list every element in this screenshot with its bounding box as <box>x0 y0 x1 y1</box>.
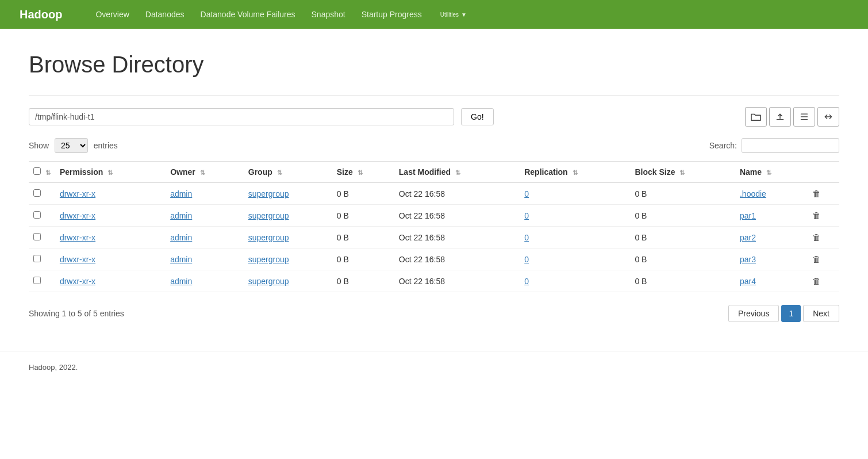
row-block-size-2: 0 B <box>630 227 735 248</box>
row-owner-2: admin <box>166 227 244 248</box>
col-permission[interactable]: Permission ⇅ <box>55 162 166 183</box>
nav-overview[interactable]: Overview <box>87 0 137 29</box>
footer: Hadoop, 2022. <box>0 351 868 383</box>
col-group[interactable]: Group ⇅ <box>244 162 332 183</box>
row-last-modified-0: Oct 22 16:58 <box>394 183 520 205</box>
row-checkbox-cell-1 <box>29 205 55 227</box>
row-last-modified-4: Oct 22 16:58 <box>394 270 520 292</box>
row-checkbox-0[interactable] <box>33 189 41 197</box>
folder-icon-button[interactable] <box>745 107 767 127</box>
svg-rect-1 <box>801 116 808 117</box>
row-size-2: 0 B <box>332 227 394 248</box>
list-icon <box>800 113 809 121</box>
delete-icon-3[interactable]: 🗑 <box>812 254 821 264</box>
show-label: Show <box>29 141 49 150</box>
col-replication[interactable]: Replication ⇅ <box>520 162 630 183</box>
row-owner-1: admin <box>166 205 244 227</box>
row-name-2: par2 <box>735 227 808 248</box>
delete-icon-2[interactable]: 🗑 <box>812 232 821 242</box>
controls-row: Show 10 25 50 100 entries Search: <box>29 138 839 153</box>
row-group-3: supergroup <box>244 248 332 270</box>
row-owner-0: admin <box>166 183 244 205</box>
row-name-3: par3 <box>735 248 808 270</box>
table-row: drwxr-xr-x admin supergroup 0 B Oct 22 1… <box>29 248 839 270</box>
go-button[interactable]: Go! <box>461 108 494 125</box>
next-button[interactable]: Next <box>803 305 839 322</box>
table-row: drwxr-xr-x admin supergroup 0 B Oct 22 1… <box>29 205 839 227</box>
entries-select[interactable]: 10 25 50 100 <box>55 138 88 153</box>
row-replication-3: 0 <box>520 248 630 270</box>
col-block-size[interactable]: Block Size ⇅ <box>630 162 735 183</box>
sort-replication: ⇅ <box>573 169 578 176</box>
table-header-row: ⇅ Permission ⇅ Owner ⇅ Group ⇅ Size ⇅ <box>29 162 839 183</box>
brand-link[interactable]: Hadoop <box>11 0 70 29</box>
row-group-1: supergroup <box>244 205 332 227</box>
row-delete-1: 🗑 <box>808 205 839 227</box>
nav-datanode-volume-failures[interactable]: Datanode Volume Failures <box>193 0 304 29</box>
row-name-0: .hoodie <box>735 183 808 205</box>
row-checkbox-4[interactable] <box>33 277 41 284</box>
nav-snapshot[interactable]: Snapshot <box>304 0 354 29</box>
showing-text: Showing 1 to 5 of 5 entries <box>29 309 124 318</box>
row-checkbox-cell-4 <box>29 270 55 292</box>
path-input[interactable] <box>29 108 454 125</box>
sort-size: ⇅ <box>358 169 363 176</box>
move-icon <box>824 112 833 121</box>
row-owner-4: admin <box>166 270 244 292</box>
row-checkbox-1[interactable] <box>33 211 41 219</box>
row-size-0: 0 B <box>332 183 394 205</box>
row-block-size-1: 0 B <box>630 205 735 227</box>
upload-icon-button[interactable] <box>769 107 791 127</box>
page-1-button[interactable]: 1 <box>781 305 801 322</box>
col-name[interactable]: Name ⇅ <box>735 162 808 183</box>
file-table: ⇅ Permission ⇅ Owner ⇅ Group ⇅ Size ⇅ <box>29 161 839 292</box>
divider <box>29 95 839 95</box>
col-last-modified[interactable]: Last Modified ⇅ <box>394 162 520 183</box>
list-icon-button[interactable] <box>793 107 815 127</box>
nav-startup-progress[interactable]: Startup Progress <box>354 0 430 29</box>
main-content: Browse Directory Go! <box>0 29 868 339</box>
row-name-4: par4 <box>735 270 808 292</box>
sort-group: ⇅ <box>277 169 282 176</box>
row-last-modified-2: Oct 22 16:58 <box>394 227 520 248</box>
col-owner[interactable]: Owner ⇅ <box>166 162 244 183</box>
row-checkbox-cell-0 <box>29 183 55 205</box>
row-size-1: 0 B <box>332 205 394 227</box>
row-replication-2: 0 <box>520 227 630 248</box>
row-permission-2: drwxr-xr-x <box>55 227 166 248</box>
delete-icon-0[interactable]: 🗑 <box>812 189 821 198</box>
nav-utilities-dropdown[interactable]: Utilities ▼ <box>430 12 475 18</box>
svg-rect-2 <box>801 119 808 120</box>
select-all-header: ⇅ <box>29 162 55 183</box>
table-row: drwxr-xr-x admin supergroup 0 B Oct 22 1… <box>29 183 839 205</box>
delete-icon-1[interactable]: 🗑 <box>812 211 821 220</box>
row-size-3: 0 B <box>332 248 394 270</box>
delete-icon-4[interactable]: 🗑 <box>812 276 821 286</box>
table-row: drwxr-xr-x admin supergroup 0 B Oct 22 1… <box>29 270 839 292</box>
row-name-1: par1 <box>735 205 808 227</box>
sort-permission: ⇅ <box>107 169 113 176</box>
row-delete-2: 🗑 <box>808 227 839 248</box>
sort-last-modified: ⇅ <box>455 169 460 176</box>
svg-rect-0 <box>801 114 808 115</box>
sort-block-size: ⇅ <box>679 169 685 176</box>
select-all-checkbox[interactable] <box>33 167 41 175</box>
row-replication-0: 0 <box>520 183 630 205</box>
row-checkbox-3[interactable] <box>33 255 41 262</box>
table-row: drwxr-xr-x admin supergroup 0 B Oct 22 1… <box>29 227 839 248</box>
footer-text: Hadoop, 2022. <box>29 363 78 372</box>
previous-button[interactable]: Previous <box>728 305 779 322</box>
row-delete-0: 🗑 <box>808 183 839 205</box>
row-checkbox-2[interactable] <box>33 233 41 240</box>
row-permission-0: drwxr-xr-x <box>55 183 166 205</box>
move-icon-button[interactable] <box>817 107 839 127</box>
pagination: Previous 1 Next <box>728 305 839 322</box>
nav-datanodes[interactable]: Datanodes <box>137 0 193 29</box>
pagination-row: Showing 1 to 5 of 5 entries Previous 1 N… <box>29 303 839 322</box>
row-replication-4: 0 <box>520 270 630 292</box>
col-size[interactable]: Size ⇅ <box>332 162 394 183</box>
row-last-modified-3: Oct 22 16:58 <box>394 248 520 270</box>
row-checkbox-cell-2 <box>29 227 55 248</box>
row-permission-3: drwxr-xr-x <box>55 248 166 270</box>
search-input[interactable] <box>742 138 839 153</box>
